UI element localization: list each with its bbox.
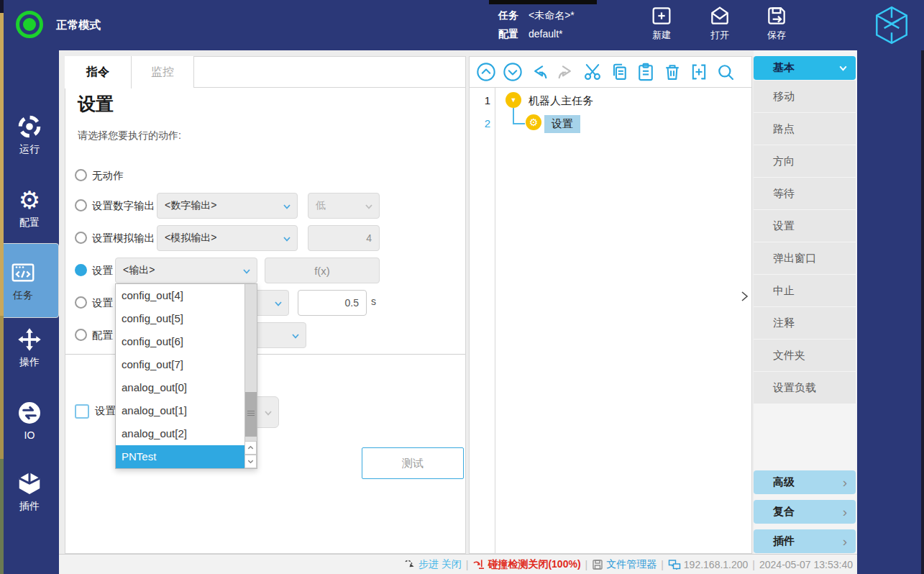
sidebar-item-io[interactable]: IO <box>0 400 59 441</box>
chevron-down-icon <box>263 408 273 418</box>
palette-item-direction[interactable]: 方向 <box>754 145 856 177</box>
delete-icon[interactable] <box>662 62 682 82</box>
cut-icon[interactable] <box>582 62 603 82</box>
row-set-output: 设置 <输出> f(x) <box>65 257 466 284</box>
radio-set-output[interactable] <box>75 264 87 276</box>
dropdown-option[interactable]: config_out[6] <box>116 330 245 353</box>
root-node-expander[interactable]: ▼ <box>506 92 521 108</box>
radio-configure[interactable] <box>75 329 87 341</box>
search-icon[interactable] <box>715 62 736 82</box>
scroll-up-button[interactable] <box>244 441 257 455</box>
palette-advanced-label: 高级 <box>773 475 795 489</box>
digital-level-select[interactable]: 低 <box>308 193 380 219</box>
chevron-down-icon <box>273 299 283 309</box>
dropdown-option[interactable]: config_out[4] <box>116 284 245 307</box>
sidebar-item-config[interactable]: ⚙ 配置 <box>0 187 59 229</box>
sidebar-item-run[interactable]: 运行 <box>0 114 59 156</box>
radio-analog-output[interactable] <box>75 232 87 244</box>
dropdown-scrollbar-thumb[interactable] <box>245 392 257 437</box>
palette-item-payload[interactable]: 设置负载 <box>754 372 856 404</box>
palette-group-plugin[interactable]: 插件 › <box>754 529 856 553</box>
fx-expression-button[interactable]: f(x) <box>265 258 380 283</box>
ip-address: 192.168.1.200 <box>684 559 749 570</box>
line-number: 1 <box>469 94 490 106</box>
palette-group-advanced[interactable]: 高级 › <box>754 470 856 494</box>
left-sidebar: 运行 ⚙ 配置 任务 操作 IO 插件 7754 <box>0 50 59 574</box>
move-down-icon[interactable] <box>503 62 523 82</box>
tree-node-set-selected[interactable]: 设置 <box>544 115 580 133</box>
dropdown-option[interactable]: analog_out[2] <box>116 422 245 445</box>
copy-icon[interactable] <box>609 62 629 82</box>
pulse-unit-label: s <box>371 296 376 307</box>
radio-no-action[interactable] <box>75 169 87 181</box>
radio-digital-output[interactable] <box>75 199 87 211</box>
palette-group-composite[interactable]: 复合 › <box>754 500 856 524</box>
dropdown-option[interactable]: analog_out[1] <box>116 399 245 422</box>
test-button[interactable]: 测试 <box>362 447 464 479</box>
open-button[interactable]: 打开 <box>698 4 741 47</box>
redo-icon[interactable] <box>556 62 576 82</box>
palette-item-move[interactable]: 移动 <box>754 81 856 112</box>
label-set-output: 设置 <box>92 257 113 284</box>
digital-output-select[interactable]: <数字输出> <box>157 193 298 219</box>
step-mode-status[interactable]: 步进 关闭 <box>403 558 462 571</box>
new-task-button[interactable]: 新建 <box>640 4 683 47</box>
network-status[interactable]: 192.168.1.200 <box>668 559 749 570</box>
palette-item-comment[interactable]: 注释 <box>754 307 856 339</box>
sidebar-item-operate[interactable]: 操作 <box>0 327 59 369</box>
status-bar: 步进 关闭 | 碰撞检测关闭(100%) | 文件管理器 | 192.168.1… <box>59 554 857 574</box>
sidebar-item-task[interactable]: 任务 <box>0 243 59 318</box>
dropdown-scrollbar-track[interactable] <box>244 284 257 441</box>
tab-instruction[interactable]: 指令 <box>65 56 132 88</box>
radio-pulse[interactable] <box>75 296 87 309</box>
palette-group-basic[interactable]: 基本 <box>754 56 856 80</box>
mode-label: 正常模式 <box>56 0 101 50</box>
file-manager-link[interactable]: 文件管理器 <box>592 558 657 571</box>
io-icon <box>17 400 42 426</box>
sidebar-item-plugin[interactable]: 插件 <box>0 470 59 513</box>
chevron-down-icon <box>242 266 252 276</box>
step-mode-text: 步进 关闭 <box>418 558 462 571</box>
palette-item-waypoint[interactable]: 路点 <box>754 113 856 145</box>
config-label: 配置 <box>498 28 518 40</box>
palette-item-folder[interactable]: 文件夹 <box>754 340 856 371</box>
palette-item-set[interactable]: 设置 <box>754 210 856 242</box>
right-sidebar <box>857 50 924 574</box>
collision-status[interactable]: 碰撞检测关闭(100%) <box>472 558 580 571</box>
chevron-right-icon: › <box>843 475 847 489</box>
insert-icon[interactable] <box>689 62 709 82</box>
paste-icon[interactable] <box>636 62 656 82</box>
palette-item-popup[interactable]: 弹出窗口 <box>754 242 856 274</box>
option-checkbox[interactable] <box>75 404 89 419</box>
tree-collapse-button[interactable] <box>736 286 752 306</box>
undo-icon[interactable] <box>529 62 549 82</box>
row-digital-output: 设置数字输出 <数字输出> 低 <box>65 192 466 219</box>
palette-basic-label: 基本 <box>773 61 795 75</box>
pulse-duration-field[interactable]: 0.5 <box>298 290 367 316</box>
program-tree-panel <box>469 56 752 554</box>
output-select[interactable]: <输出> <box>115 258 257 283</box>
palette-item-wait[interactable]: 等待 <box>754 178 856 209</box>
line-number-gutter <box>469 88 495 553</box>
dropdown-option-selected[interactable]: PNTest <box>116 445 245 468</box>
analog-output-select[interactable]: <模拟输出> <box>157 225 298 251</box>
normal-mode-status-icon <box>16 11 43 38</box>
analog-value-field[interactable]: 4 <box>308 225 380 251</box>
set-node-icon-wrap[interactable]: ⚙ <box>526 114 541 130</box>
label-no-action: 无动作 <box>92 162 124 189</box>
palette-item-abort[interactable]: 中止 <box>754 275 856 306</box>
dropdown-option[interactable]: config_out[7] <box>116 353 245 376</box>
tree-node-root[interactable]: 机器人主任务 <box>529 94 593 108</box>
scroll-down-button[interactable] <box>244 455 257 468</box>
tab-monitor[interactable]: 监控 <box>132 56 194 88</box>
chevron-down-icon <box>282 201 292 211</box>
page-title: 设置 <box>78 92 114 116</box>
dropdown-option[interactable]: config_out[5] <box>116 307 245 330</box>
dropdown-option[interactable]: analog_out[0] <box>116 376 245 399</box>
move-up-icon[interactable] <box>476 62 496 82</box>
save-button[interactable]: 保存 <box>755 4 798 47</box>
sidebar-label-operate: 操作 <box>19 356 40 369</box>
chevron-right-icon: › <box>843 505 847 519</box>
tree-toolbar <box>469 56 752 88</box>
sidebar-label-io: IO <box>24 429 35 441</box>
